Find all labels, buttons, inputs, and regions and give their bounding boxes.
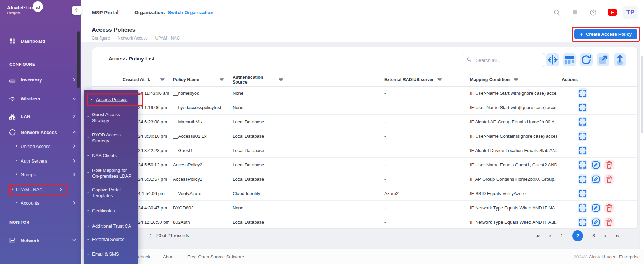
delete-action-button[interactable] [604, 174, 614, 184]
fit-width-button[interactable] [546, 53, 559, 66]
sidebar-collapse-button[interactable] [72, 6, 82, 15]
help-icon[interactable] [589, 9, 597, 16]
table-row[interactable]: 24 3:30:10 pm__Access802.1xLocal Databas… [92, 129, 637, 143]
filter-icon-auth[interactable] [278, 78, 284, 82]
filter-icon-mapping[interactable] [513, 78, 519, 82]
pagination-first[interactable]: « [536, 232, 540, 240]
expand-action-button[interactable] [578, 131, 587, 141]
expand-icon [578, 203, 587, 213]
table-row[interactable]: 24 11:43:06 am__homebyodNone-IF User-Nam… [92, 86, 637, 100]
footer-link-about[interactable]: About [163, 254, 175, 259]
switch-organization-link[interactable]: Switch Organization [168, 10, 213, 15]
brand-mark-icon: a [33, 1, 43, 12]
sidebar-subitem-unified-access[interactable]: Unified Access [21, 142, 79, 150]
submenu-item-nas-clients[interactable]: NAS Clients [92, 152, 135, 158]
sidebar-item-label: Network [21, 238, 39, 243]
breadcrumb-network-access[interactable]: Network Access [118, 36, 147, 41]
delete-action-button[interactable] [604, 217, 614, 227]
pagination-last[interactable]: » [615, 232, 619, 240]
expand-action-button[interactable] [578, 103, 587, 112]
expand-action-button[interactable] [578, 160, 587, 170]
column-header-radius[interactable]: External RADIUS server [380, 73, 466, 86]
cell-policy: __MacauthMix [169, 119, 228, 124]
table-row[interactable]: 4 1:54:06 pm__VerifyAzureCloud IdentityA… [92, 186, 637, 201]
sidebar-item-lan[interactable]: LAN [9, 112, 79, 121]
user-avatar[interactable]: TP [623, 6, 638, 19]
table-row[interactable]: 24 5:31:57 pmAccessPolicy1Local Database… [92, 172, 637, 186]
pagination-page-2[interactable]: 2 [572, 230, 583, 241]
sidebar-subitem-accounts[interactable]: Accounts [21, 199, 79, 207]
delete-icon [604, 203, 614, 213]
expand-action-button[interactable] [578, 146, 587, 155]
expand-action-button[interactable] [578, 117, 587, 127]
submenu-item-additional-trust-ca[interactable]: Additional Trust CA [92, 223, 135, 229]
edit-action-button[interactable] [591, 160, 601, 170]
submenu-item-role-mapping-for-on-premises-ldap[interactable]: Role Mapping for On-premises LDAP [92, 167, 135, 179]
sidebar-item-wireless[interactable]: Wireless [9, 94, 79, 103]
search-icon[interactable] [553, 9, 561, 16]
cell-policy: AccessPolicy2 [169, 162, 228, 167]
submenu-item-email-sms[interactable]: Email & SMS [92, 251, 135, 257]
submenu-item-access-policies[interactable]: Access Policies [87, 93, 143, 106]
breadcrumb-upam-nac[interactable]: UPAM - NAC [155, 36, 180, 41]
table-row[interactable]: 24 1:19:06 pm__byodaccesspolicytestNone-… [92, 100, 637, 115]
columns-button[interactable] [563, 53, 576, 66]
delete-action-button[interactable] [604, 203, 614, 213]
table-row[interactable]: 24 12:16:50 pm802AuthLocal Database-IF N… [92, 215, 637, 229]
column-header-mapping[interactable]: Mapping Condition [466, 73, 557, 86]
table-row[interactable]: 24 6:23:08 pm__MacauthMixLocal Database-… [92, 115, 637, 129]
sidebar-subitem-auth-servers[interactable]: Auth Servers [21, 157, 79, 165]
topbar-icons: TP [553, 6, 638, 19]
sidebar-subitem-groups[interactable]: Groups [21, 170, 79, 179]
upload-button[interactable] [614, 53, 626, 66]
filter-icon-policy[interactable] [219, 78, 224, 82]
column-header-auth[interactable]: Authentication Source [228, 73, 380, 86]
expand-action-button[interactable] [578, 88, 587, 98]
expand-action-button[interactable] [578, 203, 587, 213]
submenu-item-captive-portal-templates[interactable]: Captive Portal Templates [92, 187, 135, 199]
table-row[interactable]: 24 4:30:47 pmBYOD802None-IF Network Type… [92, 201, 637, 215]
submenu-item-guest-access-strategy[interactable]: Guest Access Strategy [92, 112, 135, 123]
delete-action-button[interactable] [604, 160, 614, 170]
cell-mapping: IF User-Name Equals Guest1, Guest2 AND..… [466, 162, 557, 167]
page-header: Access Policies Configure-Network Access… [81, 25, 644, 42]
sidebar-item-inventory[interactable]: Inventory [9, 75, 79, 84]
breadcrumb-configure[interactable]: Configure [92, 36, 110, 41]
notifications-icon[interactable] [571, 9, 579, 16]
expand-action-button[interactable] [578, 217, 587, 227]
pagination-page-3[interactable]: 3 [592, 233, 595, 238]
vertical-scrollbar-thumb[interactable] [641, 56, 643, 133]
cell-auth: None [228, 205, 380, 211]
table-row[interactable]: 24 3:42:23 pm__Guest1Local Database-IF A… [92, 143, 637, 158]
column-header-created[interactable]: Created At [121, 73, 169, 86]
column-header-policy[interactable]: Policy Name [169, 73, 228, 86]
open-external-button[interactable] [597, 53, 609, 66]
pagination-page-1[interactable]: 1 [561, 233, 563, 238]
sidebar-item-network[interactable]: Network [9, 236, 79, 245]
footer-link-free-open-source-software[interactable]: Free Open Source Software [187, 254, 244, 259]
search-input[interactable] [475, 57, 545, 63]
submenu-item-byod-access-strategy[interactable]: BYOD Access Strategy [92, 132, 135, 144]
sidebar-item-dashboard[interactable]: Dashboard [9, 36, 79, 45]
column-header-actions[interactable]: Actions [557, 73, 637, 86]
sort-down-icon[interactable] [147, 77, 151, 82]
refresh-button[interactable] [580, 53, 593, 66]
edit-action-button[interactable] [591, 217, 601, 227]
sidebar-item-network-access[interactable]: Network Access [9, 128, 79, 137]
select-all-checkbox[interactable] [110, 77, 116, 83]
edit-action-button[interactable] [591, 203, 601, 213]
create-access-policy-button[interactable]: + Create Access Policy [574, 29, 637, 39]
pagination-next[interactable]: › [604, 232, 606, 240]
pagination-prev[interactable]: ‹ [549, 232, 551, 240]
expand-action-button[interactable] [578, 189, 587, 198]
expand-action-button[interactable] [578, 174, 587, 184]
submenu-item-external-source[interactable]: External Source [92, 236, 135, 242]
table-row[interactable]: 24 5:50:12 pmAccessPolicy2Local Database… [92, 158, 637, 172]
edit-action-button[interactable] [591, 174, 601, 184]
sidebar-scrollbar[interactable] [77, 31, 80, 88]
sidebar-subitem-upam-nac-highlighted[interactable]: UPAM - NAC [9, 184, 67, 195]
youtube-icon[interactable] [608, 9, 617, 16]
filter-icon-radius[interactable] [437, 78, 442, 82]
filter-icon-created[interactable] [160, 78, 165, 82]
submenu-item-certificates[interactable]: Certificates [92, 208, 135, 214]
